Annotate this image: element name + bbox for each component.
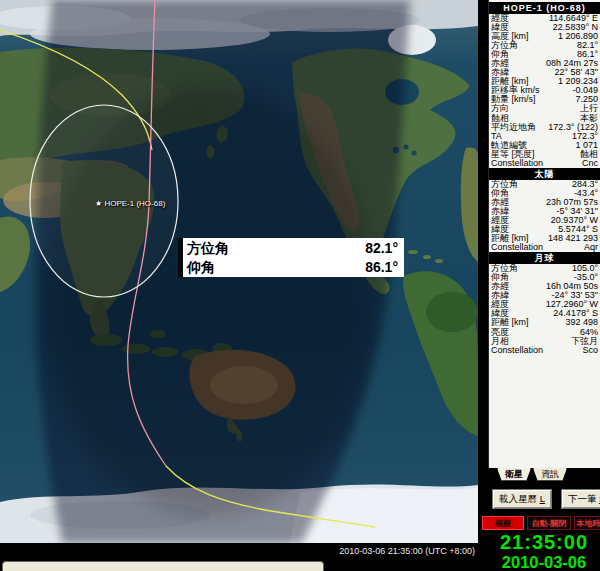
row-label: 經度 <box>491 14 509 23</box>
row-label: 仰角 <box>491 50 509 59</box>
row-label: 距離 [km] <box>491 234 529 243</box>
row-label: 亮度 <box>491 328 509 337</box>
elevation-row: 仰角 86.1° <box>183 258 404 276</box>
row-label: 仰角 <box>491 273 509 282</box>
row-label: 蝕相 <box>491 114 509 123</box>
row-value: Cnc <box>582 159 598 168</box>
row-label: 赤經 <box>491 282 509 291</box>
map-timestamp: 2010-03-06 21:35:00 (UTC +8:00) <box>339 545 475 558</box>
status-simulation[interactable]: 模擬 <box>482 516 524 530</box>
azimuth-row: 方位角 82.1° <box>183 239 404 257</box>
row-label: 經度 <box>491 216 509 225</box>
tab-satellite[interactable]: 衛星 <box>497 468 531 481</box>
row-label: 距離 [km] <box>491 318 529 327</box>
row-label: 方向 <box>491 104 509 113</box>
row-label: 星等 [亮度] <box>491 150 535 159</box>
row-label: TA <box>491 132 502 141</box>
row-label: 距離 [km] <box>491 77 529 86</box>
row-label: 赤經 <box>491 198 509 207</box>
azimuth-label: 方位角 <box>187 239 229 257</box>
row-label: 平均近地角 <box>491 123 536 132</box>
satellite-marker-label[interactable]: ★ HOPE-1 (HO-68) <box>95 199 165 208</box>
row-value: Sco <box>582 346 598 355</box>
status-indicator-bar: 模擬自動-關閉本地時 <box>482 516 600 530</box>
row-label: Constellation <box>491 159 543 168</box>
world-map[interactable]: ★ HOPE-1 (HO-68) 方位角 82.1° 仰角 86.1° <box>0 0 478 543</box>
data-row-moon: ConstellationSco <box>489 346 600 355</box>
row-label: 赤緯 <box>491 68 509 77</box>
row-label: 方位角 <box>491 180 518 189</box>
row-label: 緯度 <box>491 309 509 318</box>
azimuth-value: 82.1° <box>365 239 398 257</box>
row-label: Constellation <box>491 243 543 252</box>
panel-buttons: 載入星曆 L下一筆 S <box>492 489 600 509</box>
elevation-value: 86.1° <box>365 258 398 276</box>
row-label: 赤緯 <box>491 291 509 300</box>
clock-time: 21:35:00 <box>488 531 600 553</box>
clock-date: 2010-03-06 <box>488 553 600 571</box>
az-el-overlay-box: 方位角 82.1° 仰角 86.1° <box>178 238 404 277</box>
row-value: Aqr <box>584 243 598 252</box>
row-label: 緯度 <box>491 23 509 32</box>
load-ephemeris-button[interactable]: 載入星曆 L <box>492 489 552 509</box>
tab-info[interactable]: 資訊 <box>533 468 567 481</box>
row-label: 距移率 km/s <box>491 86 540 95</box>
data-row-satellite: ConstellationCnc <box>489 159 600 168</box>
row-label: 軌道編號 <box>491 141 527 150</box>
row-label: 緯度 <box>491 225 509 234</box>
elevation-label: 仰角 <box>187 258 215 276</box>
tracking-data-list[interactable]: HOPE-1 (HO-68)經度114.6649° E緯度22.5839° N高… <box>488 0 600 468</box>
next-item-button[interactable]: 下一筆 S <box>561 489 600 509</box>
row-label: 經度 <box>491 300 509 309</box>
data-row-sun: ConstellationAqr <box>489 243 600 252</box>
row-label: 方位角 <box>491 264 518 273</box>
row-label: 赤經 <box>491 59 509 68</box>
section-title-sun: 太陽 <box>489 168 600 180</box>
map-bottom-strip: 2010-03-06 21:35:00 (UTC +8:00) <box>0 543 478 571</box>
background-window-edge[interactable] <box>2 561 324 571</box>
row-label: 赤緯 <box>491 207 509 216</box>
status-auto-off[interactable]: 自動-關閉 <box>527 516 571 530</box>
row-label: Constellation <box>491 346 543 355</box>
row-label: 高度 [km] <box>491 32 529 41</box>
row-label: 仰角 <box>491 189 509 198</box>
row-label: 動量 [km/s] <box>491 95 536 104</box>
status-local-time[interactable]: 本地時 <box>574 516 600 530</box>
right-panel: HOPE-1 (HO-68)經度114.6649° E緯度22.5839° N高… <box>488 0 600 571</box>
panel-tabs: 衛星資訊 <box>497 468 567 481</box>
row-label: 方位角 <box>491 41 518 50</box>
row-label: 月相 <box>491 337 509 346</box>
